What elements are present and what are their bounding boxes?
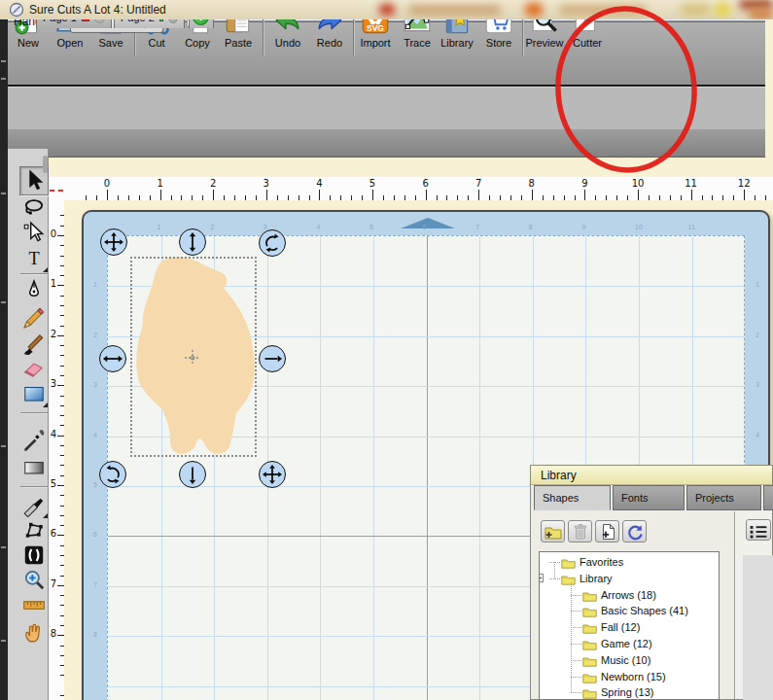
shape-tool[interactable]	[21, 381, 47, 406]
node-edit-tool[interactable]	[21, 517, 47, 542]
delete-button	[568, 520, 592, 542]
h-ruler-minor-tick	[330, 195, 331, 200]
mat-edge-number: 9	[581, 224, 585, 230]
v-ruler-minor-tick	[60, 595, 64, 596]
v-ruler-minor-tick	[60, 245, 64, 246]
v-ruler-tick	[57, 235, 64, 236]
stretch-vertical-icon	[180, 229, 205, 255]
v-ruler-minor-tick	[60, 525, 64, 526]
warp-tool[interactable]	[21, 542, 47, 568]
library-tab-projects[interactable]: Projects	[686, 485, 761, 510]
handle-rotate-bottom-left[interactable]	[99, 461, 126, 488]
handle-rotate-top-right[interactable]	[259, 229, 286, 257]
h-ruler-number: 3	[259, 178, 274, 189]
handle-stretch-top[interactable]	[179, 228, 206, 256]
background-window-detail	[1, 192, 6, 194]
library-tree-item-newborn-15[interactable]: Newborn (15)	[540, 669, 719, 685]
direct-select-icon	[21, 221, 47, 246]
tree-item-label: Spring (13)	[601, 686, 653, 698]
eraser-tool[interactable]	[21, 356, 47, 381]
collapse-icon[interactable]	[539, 574, 544, 582]
h-ruler-minor-tick	[457, 195, 458, 200]
gradient-tool[interactable]	[21, 455, 47, 480]
vertical-ruler: 012345678	[49, 200, 64, 700]
v-ruler-minor-tick	[60, 405, 64, 406]
lasso-tool[interactable]	[21, 195, 47, 221]
h-ruler-minor-tick	[564, 195, 565, 200]
h-ruler-minor-tick	[755, 195, 755, 200]
library-tab-fonts[interactable]: Fonts	[613, 485, 685, 510]
handles-bar: Handles: Basic	[0, 87, 765, 129]
v-ruler-minor-tick	[60, 275, 64, 276]
library-tree-item-music-10[interactable]: Music (10)	[540, 652, 719, 669]
h-ruler-number: 5	[365, 178, 380, 189]
tree-connector	[571, 644, 581, 645]
library-tree-item-favorites[interactable]: Favorites	[540, 554, 719, 571]
grid-line	[373, 236, 374, 700]
handle-arrow-down[interactable]	[179, 461, 206, 488]
v-ruler-number: 5	[49, 478, 56, 489]
selection-bounding-box[interactable]	[130, 257, 257, 457]
ruler-tool[interactable]	[21, 592, 47, 617]
pencil-tool[interactable]	[21, 305, 47, 331]
toolbar-button-label: Library	[436, 37, 478, 49]
palette-separator	[20, 412, 48, 414]
background-window-blur	[681, 4, 710, 16]
h-ruler-minor-tick	[394, 195, 395, 200]
tree-connector	[549, 578, 560, 579]
library-tree-item-game-12[interactable]: Game (12)	[540, 636, 719, 652]
mat-edge-number: 2	[755, 332, 759, 338]
mat-edge-number: 8	[93, 631, 97, 638]
window-title: Sure Cuts A Lot 4: Untitled	[29, 3, 166, 17]
palette-separator	[20, 273, 48, 275]
library-tree-item-spring-13[interactable]: Spring (13)	[540, 684, 719, 700]
brush-tool[interactable]	[21, 332, 47, 357]
handle-stretch-left[interactable]	[99, 345, 126, 372]
v-ruler-minor-tick	[60, 345, 64, 346]
mat-edge-number: 1	[93, 281, 97, 288]
v-ruler-minor-tick	[60, 465, 64, 466]
handle-move-top-left[interactable]	[100, 228, 127, 256]
mat-edge-number: 5	[93, 481, 97, 488]
v-ruler-minor-tick	[60, 396, 64, 397]
add-file-button[interactable]	[595, 520, 619, 542]
library-panel-title[interactable]: Library	[531, 466, 772, 485]
eyedropper-tool[interactable]	[21, 427, 47, 452]
text-tool[interactable]: T	[21, 246, 47, 271]
h-ruler-minor-tick	[489, 195, 490, 200]
brush-icon	[21, 332, 47, 357]
v-ruler-minor-tick	[60, 415, 64, 416]
library-tree-item-basic-shapes-41[interactable]: Basic Shapes (41)	[540, 603, 719, 619]
list-view-button[interactable]	[746, 519, 771, 541]
pen-tool[interactable]	[21, 279, 47, 304]
h-ruler-minor-tick	[181, 195, 182, 200]
library-tree-item-library[interactable]: Library	[540, 571, 719, 587]
hand-tool[interactable]	[21, 619, 47, 645]
scal-logo-icon	[9, 2, 24, 18]
h-ruler-number: 2	[205, 178, 221, 189]
knife-tool[interactable]	[21, 492, 47, 517]
toolbar-button-label: Redo	[308, 37, 351, 49]
h-ruler-number: 1	[153, 178, 168, 189]
h-ruler-minor-tick	[86, 195, 87, 200]
handle-arrow-right[interactable]	[259, 345, 286, 372]
node-edit-icon	[21, 517, 47, 542]
library-tree-item-fall-12[interactable]: Fall (12)	[540, 619, 719, 636]
h-ruler-minor-tick	[521, 195, 522, 200]
mat-edge-number: 2	[210, 224, 214, 230]
refresh-button[interactable]	[622, 520, 647, 542]
add-folder-button[interactable]	[541, 520, 565, 542]
h-ruler-minor-tick	[150, 195, 151, 200]
h-ruler-minor-tick	[383, 195, 384, 200]
h-ruler-minor-tick	[575, 195, 576, 200]
h-ruler-minor-tick	[468, 195, 469, 200]
h-ruler-minor-tick	[722, 195, 723, 200]
palette-scrollbar[interactable]	[43, 156, 48, 173]
add-file-icon	[598, 522, 617, 542]
library-panel: Library FavoritesLibraryArrows (18)Basic…	[530, 465, 773, 700]
library-tab-shapes[interactable]: Shapes	[534, 485, 611, 510]
direct-select-tool[interactable]	[21, 221, 47, 246]
zoom-tool[interactable]	[21, 567, 47, 592]
handle-move-bottom-right[interactable]	[259, 461, 286, 488]
library-tree-item-arrows-18[interactable]: Arrows (18)	[540, 587, 719, 604]
